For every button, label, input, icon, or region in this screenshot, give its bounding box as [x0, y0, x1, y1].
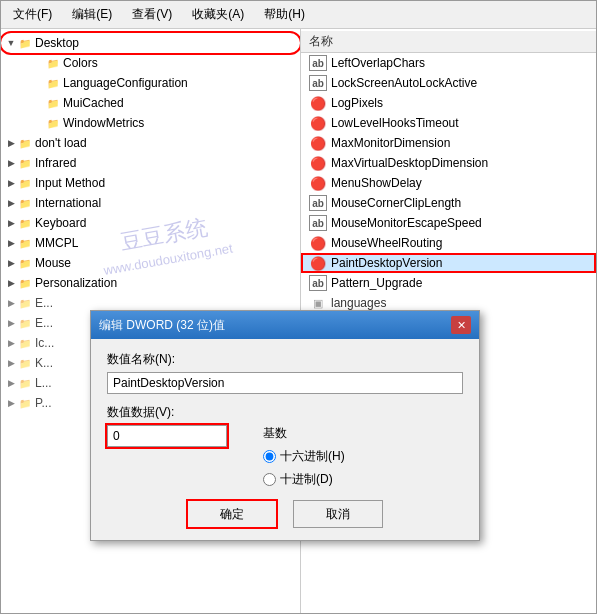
dialog-data-label: 数值数据(V):	[107, 404, 463, 421]
dialog-title: 编辑 DWORD (32 位)值	[99, 317, 225, 334]
dialog-data-input[interactable]	[107, 425, 227, 447]
expand-arrow-langconfig	[33, 77, 45, 89]
expand-arrow-l1: ▶	[5, 377, 17, 389]
menu-help[interactable]: 帮助(H)	[260, 4, 309, 25]
radio-hex-item[interactable]: 十六进制(H)	[263, 448, 345, 465]
reg-entry-pattern[interactable]: ab Pattern_Upgrade	[301, 273, 596, 293]
reg-entry-maxmonitor[interactable]: 🔴 MaxMonitorDimension	[301, 133, 596, 153]
menu-view[interactable]: 查看(V)	[128, 4, 176, 25]
dialog-base-group: 基数 十六进制(H) 十进制(D)	[263, 425, 345, 488]
reg-icon-small1: ▣	[309, 295, 327, 311]
expand-arrow-infrared: ▶	[5, 157, 17, 169]
expand-arrow-keyboard: ▶	[5, 217, 17, 229]
tree-item-dontload[interactable]: ▶ 📁 don't load	[1, 133, 300, 153]
dialog-ok-button[interactable]: 确定	[187, 500, 277, 528]
expand-arrow-desktop: ▼	[5, 37, 17, 49]
folder-icon-e2: 📁	[17, 315, 33, 331]
reg-icon-reg3: 🔴	[309, 135, 327, 151]
reg-name-lockscreen: LockScreenAutoLockActive	[331, 76, 477, 90]
reg-name-lowlevel: LowLevelHooksTimeout	[331, 116, 459, 130]
tree-item-windowmetrics[interactable]: 📁 WindowMetrics	[1, 113, 300, 133]
dialog-name-label: 数值名称(N):	[107, 351, 463, 368]
radio-dec-item[interactable]: 十进制(D)	[263, 471, 345, 488]
reg-name-paintdesktop: PaintDesktopVersion	[331, 256, 442, 270]
folder-icon-mouse: 📁	[17, 255, 33, 271]
tree-label-mmcpl: MMCPL	[35, 236, 78, 250]
expand-arrow-inputmethod: ▶	[5, 177, 17, 189]
folder-icon-keyboard: 📁	[17, 215, 33, 231]
dialog-cancel-button[interactable]: 取消	[293, 500, 383, 528]
reg-icon-ab: ab	[309, 55, 327, 71]
reg-entry-paintdesktop[interactable]: 🔴 PaintDesktopVersion	[301, 253, 596, 273]
tree-item-colors[interactable]: 📁 Colors	[1, 53, 300, 73]
tree-item-infrared[interactable]: ▶ 📁 Infrared	[1, 153, 300, 173]
reg-icon-ab3: ab	[309, 195, 327, 211]
tree-label-ic: Ic...	[35, 336, 54, 350]
reg-entry-menushow[interactable]: 🔴 MenuShowDelay	[301, 173, 596, 193]
expand-arrow-international: ▶	[5, 197, 17, 209]
expand-arrow-dontload: ▶	[5, 137, 17, 149]
tree-item-desktop[interactable]: ▼ 📁 Desktop	[1, 33, 300, 53]
reg-name-pattern: Pattern_Upgrade	[331, 276, 422, 290]
reg-icon-reg2: 🔴	[309, 115, 327, 131]
tree-item-personalization[interactable]: ▶ 📁 Personalization	[1, 273, 300, 293]
reg-entry-mousemonitor[interactable]: ab MouseMonitorEscapeSpeed	[301, 213, 596, 233]
tree-item-langconfig[interactable]: 📁 LanguageConfiguration	[1, 73, 300, 93]
menu-bar: 文件(F) 编辑(E) 查看(V) 收藏夹(A) 帮助(H)	[1, 1, 596, 29]
reg-icon-reg1: 🔴	[309, 95, 327, 111]
menu-edit[interactable]: 编辑(E)	[68, 4, 116, 25]
edit-dword-dialog: 编辑 DWORD (32 位)值 ✕ 数值名称(N): 数值数据(V): 基数 …	[90, 310, 480, 541]
expand-arrow-personalization: ▶	[5, 277, 17, 289]
radio-hex[interactable]	[263, 450, 276, 463]
reg-entry-logpixels[interactable]: 🔴 LogPixels	[301, 93, 596, 113]
tree-item-mmcpl[interactable]: ▶ 📁 MMCPL	[1, 233, 300, 253]
dialog-data-row: 基数 十六进制(H) 十进制(D)	[107, 425, 463, 488]
folder-icon-muicached: 📁	[45, 95, 61, 111]
expand-arrow-ic: ▶	[5, 337, 17, 349]
reg-entry-mousecorner[interactable]: ab MouseCornerClipLength	[301, 193, 596, 213]
folder-icon-international: 📁	[17, 195, 33, 211]
reg-name-logpixels: LogPixels	[331, 96, 383, 110]
expand-arrow-mmcpl: ▶	[5, 237, 17, 249]
folder-icon-l1: 📁	[17, 375, 33, 391]
tree-label-p1: P...	[35, 396, 51, 410]
expand-arrow-muicached	[33, 97, 45, 109]
tree-label-muicached: MuiCached	[63, 96, 124, 110]
radio-dec[interactable]	[263, 473, 276, 486]
dialog-name-input[interactable]	[107, 372, 463, 394]
folder-icon-mmcpl: 📁	[17, 235, 33, 251]
tree-item-mouse[interactable]: ▶ 📁 Mouse	[1, 253, 300, 273]
reg-entry-lowlevel[interactable]: 🔴 LowLevelHooksTimeout	[301, 113, 596, 133]
reg-entry-leftoverlap[interactable]: ab LeftOverlapChars	[301, 53, 596, 73]
folder-icon-ic: 📁	[17, 335, 33, 351]
folder-icon-infrared: 📁	[17, 155, 33, 171]
expand-arrow-p1: ▶	[5, 397, 17, 409]
folder-icon-windowmetrics: 📁	[45, 115, 61, 131]
dialog-buttons: 确定 取消	[107, 500, 463, 528]
expand-arrow-mouse: ▶	[5, 257, 17, 269]
dialog-titlebar: 编辑 DWORD (32 位)值 ✕	[91, 311, 479, 339]
tree-label-keyboard: Keyboard	[35, 216, 86, 230]
tree-item-international[interactable]: ▶ 📁 International	[1, 193, 300, 213]
tree-item-inputmethod[interactable]: ▶ 📁 Input Method	[1, 173, 300, 193]
tree-label-e2: E...	[35, 316, 53, 330]
tree-label-personalization: Personalization	[35, 276, 117, 290]
reg-entry-mousewheel[interactable]: 🔴 MouseWheelRouting	[301, 233, 596, 253]
reg-entry-maxvirtual[interactable]: 🔴 MaxVirtualDesktopDimension	[301, 153, 596, 173]
radio-hex-label: 十六进制(H)	[280, 448, 345, 465]
dialog-close-button[interactable]: ✕	[451, 316, 471, 334]
tree-item-keyboard[interactable]: ▶ 📁 Keyboard	[1, 213, 300, 233]
reg-icon-reg5: 🔴	[309, 175, 327, 191]
dialog-body: 数值名称(N): 数值数据(V): 基数 十六进制(H) 十进制(D)	[91, 339, 479, 540]
tree-label-infrared: Infrared	[35, 156, 76, 170]
folder-icon-dontload: 📁	[17, 135, 33, 151]
reg-name-maxvirtual: MaxVirtualDesktopDimension	[331, 156, 488, 170]
reg-icon-reg7: 🔴	[309, 255, 327, 271]
folder-icon-langconfig: 📁	[45, 75, 61, 91]
tree-item-muicached[interactable]: 📁 MuiCached	[1, 93, 300, 113]
menu-file[interactable]: 文件(F)	[9, 4, 56, 25]
folder-icon-e1: 📁	[17, 295, 33, 311]
reg-icon-ab5: ab	[309, 275, 327, 291]
menu-favorites[interactable]: 收藏夹(A)	[188, 4, 248, 25]
reg-entry-lockscreen[interactable]: ab LockScreenAutoLockActive	[301, 73, 596, 93]
